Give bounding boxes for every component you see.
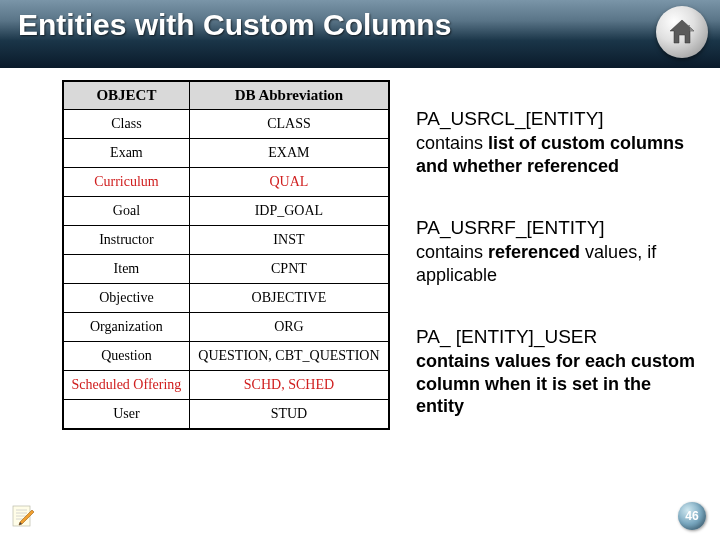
page-number: 46 <box>685 509 698 523</box>
info-body: contains referenced values, if applicabl… <box>416 241 702 286</box>
cell-object: Question <box>63 342 189 371</box>
table-row: QuestionQUESTION, CBT_QUESTION <box>63 342 389 371</box>
table-row: UserSTUD <box>63 400 389 430</box>
slide-title: Entities with Custom Columns <box>18 8 451 42</box>
info-block-usrrf: PA_USRRF_[ENTITY] contains referenced va… <box>416 217 702 286</box>
slide-body: OBJECT DB Abbreviation ClassCLASSExamEXA… <box>0 68 720 430</box>
info-body-pre: contains <box>416 242 488 262</box>
table-header-abbr: DB Abbreviation <box>189 81 389 110</box>
page-number-badge: 46 <box>678 502 706 530</box>
info-column: PA_USRCL_[ENTITY] contains list of custo… <box>416 80 702 430</box>
cell-abbr: IDP_GOAL <box>189 197 389 226</box>
table-row: ObjectiveOBJECTIVE <box>63 284 389 313</box>
cell-object: Scheduled Offering <box>63 371 189 400</box>
cell-abbr: OBJECTIVE <box>189 284 389 313</box>
cell-object: Item <box>63 255 189 284</box>
cell-abbr: INST <box>189 226 389 255</box>
cell-object: Objective <box>63 284 189 313</box>
info-body: contains values for each custom column w… <box>416 350 702 418</box>
cell-abbr: ORG <box>189 313 389 342</box>
table-row: GoalIDP_GOAL <box>63 197 389 226</box>
info-block-usrcl: PA_USRCL_[ENTITY] contains list of custo… <box>416 108 702 177</box>
home-icon <box>656 6 708 58</box>
table-header-object: OBJECT <box>63 81 189 110</box>
cell-object: Exam <box>63 139 189 168</box>
table-row: ItemCPNT <box>63 255 389 284</box>
cell-object: Instructor <box>63 226 189 255</box>
table-row: ExamEXAM <box>63 139 389 168</box>
cell-abbr: QUESTION, CBT_QUESTION <box>189 342 389 371</box>
cell-abbr: CLASS <box>189 110 389 139</box>
entity-table: OBJECT DB Abbreviation ClassCLASSExamEXA… <box>62 80 390 430</box>
table-row: OrganizationORG <box>63 313 389 342</box>
cell-abbr: QUAL <box>189 168 389 197</box>
table-row: InstructorINST <box>63 226 389 255</box>
cell-object: Goal <box>63 197 189 226</box>
entity-table-container: OBJECT DB Abbreviation ClassCLASSExamEXA… <box>62 80 390 430</box>
home-button[interactable] <box>656 6 708 58</box>
edit-notes-icon[interactable] <box>10 502 36 528</box>
table-row: ClassCLASS <box>63 110 389 139</box>
table-header-row: OBJECT DB Abbreviation <box>63 81 389 110</box>
cell-object: Class <box>63 110 189 139</box>
info-body-pre: contains <box>416 133 488 153</box>
table-row: Scheduled OfferingSCHD, SCHED <box>63 371 389 400</box>
info-title: PA_USRCL_[ENTITY] <box>416 108 702 130</box>
info-body: contains list of custom columns and whet… <box>416 132 702 177</box>
cell-abbr: SCHD, SCHED <box>189 371 389 400</box>
cell-abbr: CPNT <box>189 255 389 284</box>
info-body-bold: contains values for each custom column w… <box>416 351 695 416</box>
info-body-bold: referenced <box>488 242 580 262</box>
info-title: PA_ [ENTITY]_USER <box>416 326 702 348</box>
cell-abbr: EXAM <box>189 139 389 168</box>
cell-abbr: STUD <box>189 400 389 430</box>
info-title: PA_USRRF_[ENTITY] <box>416 217 702 239</box>
slide-header: Entities with Custom Columns <box>0 0 720 68</box>
table-row: CurriculumQUAL <box>63 168 389 197</box>
cell-object: User <box>63 400 189 430</box>
info-block-entity-user: PA_ [ENTITY]_USER contains values for ea… <box>416 326 702 418</box>
cell-object: Curriculum <box>63 168 189 197</box>
cell-object: Organization <box>63 313 189 342</box>
